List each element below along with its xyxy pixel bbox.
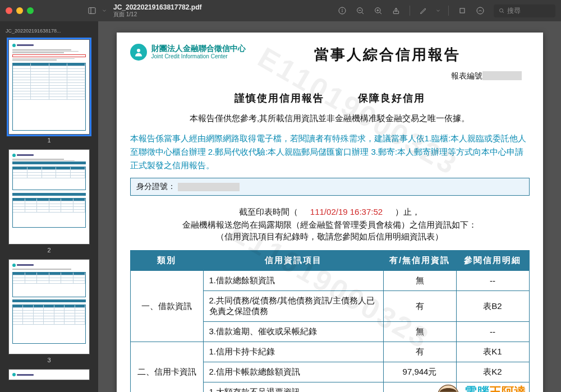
search-icon [498, 7, 505, 14]
person-icon [134, 47, 144, 57]
document-title-group: JC_20220219163817782.pdf 頁面 1/12 [113, 3, 201, 18]
category-cell: 二、信用卡資訊 [130, 342, 203, 393]
credit-info-table: 類別 信用資訊項目 有/無信用資訊 參閱信用明細 一、借款資訊1.借款總餘額資訊… [130, 250, 530, 392]
org-name-cn: 財團法人金融聯合徵信中心 [151, 44, 246, 53]
detail-cell [456, 382, 529, 393]
table-row: 一、借款資訊1.借款總餘額資訊無-- [130, 271, 529, 291]
svg-line-9 [380, 12, 381, 14]
zoom-out-button[interactable] [352, 3, 368, 19]
crop-icon [458, 6, 467, 15]
print-time-value: 111/02/19 16:37:52 [300, 207, 393, 216]
toolbar-right: 搜尋 [334, 3, 555, 19]
item-cell: 2.共同債務/從債務/其他債務資訊/主債務人已免責之保證債務 [203, 291, 383, 322]
id-box: 身分證號： [130, 178, 530, 196]
has-cell: 97,944元 [383, 362, 456, 382]
th-item: 信用資訊項目 [203, 251, 383, 271]
search-input[interactable]: 搜尋 [494, 4, 555, 17]
markup-button[interactable] [416, 3, 431, 19]
item-cell: 1.大額存款不足退票資訊 [203, 382, 383, 393]
zoom-in-button[interactable] [370, 3, 386, 19]
search-placeholder: 搜尋 [507, 6, 521, 16]
svg-point-4 [342, 9, 343, 10]
page-thumbnail[interactable] [8, 259, 90, 354]
thumbnail-number: 1 [0, 137, 98, 144]
page-indicator: 頁面 1/12 [113, 11, 201, 18]
minimize-window-button[interactable] [16, 7, 23, 14]
print-time-row: 截至印表時間（ 111/02/19 16:37:52 ）止， [130, 207, 530, 218]
category-cell: 一、借款資訊 [130, 271, 203, 342]
zoom-in-icon [374, 6, 383, 15]
item-cell: 3.借款逾期、催收或呆帳紀錄 [203, 322, 383, 342]
document-title: JC_20220219163817782.pdf [113, 3, 201, 11]
close-window-button[interactable] [6, 7, 12, 14]
table-row: 二、信用卡資訊1.信用卡持卡紀錄有表K1 [130, 342, 529, 362]
thumbnail-number: 3 [0, 357, 98, 363]
has-cell: 有 [383, 342, 456, 362]
sidebar-file-label: JC_202202191638178... [0, 26, 98, 36]
subtitle-left: 謹慎使用信用報告 [234, 91, 324, 105]
redacted-value [178, 183, 240, 191]
detail-cell: 表K1 [456, 342, 529, 362]
page-thumbnail[interactable] [8, 39, 90, 135]
zoom-out-icon [356, 6, 365, 15]
subtitle-row: 謹慎使用信用報告 保障良好信用 [130, 91, 530, 105]
note-line-2: （信用資訊項目有紀錄時，敬請您參閱如后信用明細資訊表） [130, 232, 530, 242]
th-category: 類別 [130, 251, 203, 271]
redacted-value [482, 71, 522, 80]
item-cell: 2.信用卡帳款總餘額資訊 [203, 362, 383, 382]
page-thumbnail[interactable] [8, 149, 90, 245]
detail-cell: -- [456, 271, 529, 291]
org-logo [130, 44, 147, 61]
thumbnail-sidebar[interactable]: JC_202202191638178... [0, 21, 98, 392]
pdf-page: E11019000323 E11019000323 財團法人金融聯合徵信中心 J… [117, 33, 543, 392]
org-name-en: Joint Credit Information Center [151, 53, 246, 60]
sidebar-toggle-button[interactable] [84, 3, 100, 19]
chevron-down-icon [435, 8, 441, 13]
th-has: 有/無信用資訊 [383, 251, 456, 271]
svg-rect-0 [89, 8, 95, 14]
share-button[interactable] [388, 3, 404, 19]
detail-cell: 表K2 [456, 362, 529, 382]
has-cell [383, 382, 456, 393]
page-content-area[interactable]: E11019000323 E11019000323 財團法人金融聯合徵信中心 J… [98, 21, 561, 392]
markup-dropdown-button[interactable] [434, 3, 443, 19]
svg-rect-13 [460, 8, 465, 13]
info-button[interactable] [334, 3, 350, 19]
para-instruction: 本報告係當事人經由網際網路取得電子檔，若閱讀者有特殊需求，建議當事人依1.臨櫃:… [130, 132, 530, 172]
has-cell: 無 [383, 322, 456, 342]
time-pre: 截至印表時間（ [239, 207, 298, 216]
annotate-button[interactable] [472, 3, 488, 19]
fullscreen-window-button[interactable] [27, 7, 34, 14]
draw-icon [476, 6, 485, 15]
svg-point-17 [137, 49, 140, 52]
has-cell: 無 [383, 271, 456, 291]
item-cell: 1.信用卡持卡紀錄 [203, 342, 383, 362]
sidebar-icon [88, 6, 96, 15]
report-number-row: 報表編號 [130, 71, 530, 81]
svg-point-15 [500, 9, 503, 12]
pencil-icon [419, 6, 428, 15]
has-cell: 有 [383, 291, 456, 322]
window-controls [6, 7, 34, 14]
id-label: 身分證號： [136, 182, 176, 192]
report-no-label: 報表編號 [451, 71, 482, 80]
item-cell: 1.借款總餘額資訊 [203, 271, 383, 291]
pdf-viewer-window: JC_20220219163817782.pdf 頁面 1/12 搜尋 JC_2… [0, 0, 561, 392]
subtitle-right: 保障良好信用 [358, 91, 425, 105]
table-header-row: 類別 信用資訊項目 有/無信用資訊 參閱信用明細 [130, 251, 529, 271]
sidebar-dropdown-button[interactable] [100, 3, 109, 19]
share-icon [392, 6, 401, 15]
thumbnail-number: 2 [0, 247, 98, 253]
report-title: 當事人綜合信用報告 [246, 44, 530, 64]
detail-cell: 表B2 [456, 291, 529, 322]
detail-cell: -- [456, 322, 529, 342]
note-line-1: 金融機構報送您尚在揭露期限（經金融監督管理委員會核備）之信用資訊如下： [130, 220, 530, 230]
para-disclaimer: 本報告僅供您參考,其所載信用資訊並非金融機構准駁金融交易之唯一依據。 [130, 112, 530, 125]
crop-button[interactable] [454, 3, 470, 19]
time-post: ）止， [395, 207, 420, 216]
page-thumbnail[interactable] [8, 369, 90, 380]
titlebar: JC_20220219163817782.pdf 頁面 1/12 搜尋 [0, 0, 561, 21]
th-detail: 參閱信用明細 [456, 251, 529, 271]
info-icon [338, 6, 347, 15]
chevron-down-icon [102, 8, 107, 13]
